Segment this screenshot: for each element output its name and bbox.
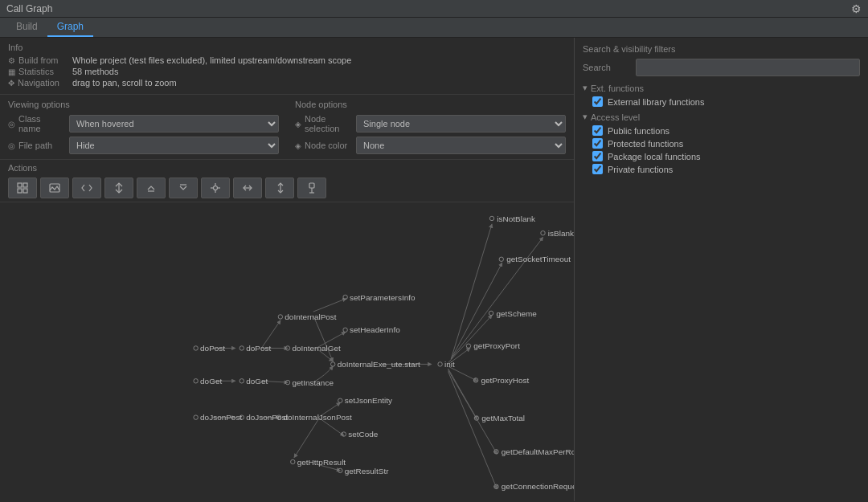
private-functions-filter: Private functions bbox=[583, 164, 860, 174]
ext-functions-collapse-icon[interactable]: ▾ bbox=[583, 83, 588, 93]
node-doJsonPost-inner[interactable]: doJsonPost bbox=[246, 413, 288, 422]
build-from-icon: ⚙ bbox=[8, 56, 15, 65]
pin-button[interactable] bbox=[297, 178, 326, 198]
node-getScheme[interactable]: getScheme bbox=[496, 309, 537, 318]
tab-graph[interactable]: Graph bbox=[47, 18, 93, 37]
left-panel: Info ⚙ Build from Whole project (test fi… bbox=[0, 38, 575, 501]
gear-icon[interactable]: ⚙ bbox=[851, 2, 862, 15]
navigation-row: ✥ Navigation drag to pan, scroll to zoom bbox=[8, 78, 566, 88]
access-level-label: Access level bbox=[591, 112, 640, 122]
export-image-button[interactable] bbox=[40, 178, 69, 198]
node-doGet-outer[interactable]: doGet bbox=[200, 377, 222, 386]
class-name-label: ◎ Class name bbox=[8, 114, 64, 133]
node-doInternalJsonPost[interactable]: doInternalJsonPost bbox=[284, 413, 353, 422]
ext-functions-header: ▾ Ext. functions bbox=[583, 83, 860, 93]
search-visibility-title: Search & visibility filters bbox=[583, 44, 860, 54]
protected-functions-checkbox[interactable] bbox=[592, 138, 603, 149]
viewing-options-section: Viewing options ◎ Class name When hovere… bbox=[0, 95, 574, 160]
public-functions-checkbox[interactable] bbox=[592, 125, 603, 136]
node-setParametersInfo[interactable]: setParametersInfo bbox=[350, 293, 416, 302]
statistics-icon: ▦ bbox=[8, 67, 15, 76]
navigation-value: drag to pan, scroll to zoom bbox=[72, 78, 177, 88]
node-doInternalPost[interactable]: doInternalPost bbox=[285, 312, 337, 321]
node-selection-row: ◈ Node selection Single node Multiple no… bbox=[295, 114, 566, 133]
svg-point-52 bbox=[438, 362, 442, 366]
svg-line-37 bbox=[448, 316, 492, 363]
tab-build[interactable]: Build bbox=[6, 18, 47, 37]
node-getSocketTimeout[interactable]: getSocketTimeout bbox=[506, 255, 571, 263]
private-functions-checkbox[interactable] bbox=[592, 164, 603, 174]
node-getProxyHost[interactable]: getProxyHost bbox=[481, 376, 529, 385]
node-getResultStr[interactable]: getResultStr bbox=[345, 467, 390, 475]
node-selection-select[interactable]: Single node Multiple nodes bbox=[356, 115, 566, 133]
share-button[interactable] bbox=[233, 178, 262, 198]
node-doPost-inner[interactable]: doPost bbox=[246, 344, 271, 353]
svg-rect-2 bbox=[18, 189, 22, 193]
file-path-select[interactable]: Hide Show bbox=[69, 137, 279, 154]
access-level-header: ▾ Access level bbox=[583, 112, 860, 122]
svg-line-42 bbox=[448, 371, 497, 488]
protected-functions-label[interactable]: Protected functions bbox=[608, 139, 683, 149]
node-init[interactable]: init bbox=[444, 360, 455, 369]
node-setJsonEntity[interactable]: setJsonEntity bbox=[345, 396, 392, 405]
collapse-down-button[interactable] bbox=[169, 178, 198, 198]
node-color-icon: ◈ bbox=[295, 141, 301, 150]
package-local-functions-label[interactable]: Package local functions bbox=[608, 152, 701, 161]
node-color-select[interactable]: None By class By module bbox=[356, 137, 566, 154]
navigation-label: ✥ Navigation bbox=[8, 78, 72, 88]
svg-line-34 bbox=[451, 224, 492, 359]
call-graph-svg: isNotBlank isBlank getSocketTimeout getS… bbox=[0, 202, 574, 501]
node-getInstance[interactable]: getInstance bbox=[292, 378, 334, 387]
expand-button[interactable] bbox=[104, 178, 133, 198]
build-from-row: ⚙ Build from Whole project (test files e… bbox=[8, 55, 566, 65]
node-doGet-inner[interactable]: doGet bbox=[246, 377, 268, 386]
ext-library-checkbox[interactable] bbox=[592, 96, 603, 107]
code-view-button[interactable] bbox=[72, 178, 101, 198]
node-selection-icon: ◈ bbox=[295, 120, 301, 129]
node-getMaxTotal[interactable]: getMaxTotal bbox=[481, 414, 525, 422]
collapse-up-button[interactable] bbox=[137, 178, 166, 198]
node-doJsonPost-outer[interactable]: doJsonPost bbox=[200, 413, 242, 422]
node-getProxyPort[interactable]: getProxyPort bbox=[473, 341, 520, 350]
class-name-row: ◎ Class name When hovered Always Never bbox=[8, 114, 279, 133]
node-isBlank[interactable]: isBlank bbox=[548, 229, 574, 238]
node-options-title: Node options bbox=[295, 100, 566, 109]
node-setHeaderInfo[interactable]: setHeaderInfo bbox=[350, 325, 400, 334]
class-name-select[interactable]: When hovered Always Never bbox=[69, 115, 279, 133]
center-button[interactable] bbox=[201, 178, 230, 198]
node-setCode[interactable]: setCode bbox=[348, 430, 379, 439]
ext-library-label[interactable]: External library functions bbox=[608, 97, 704, 107]
node-color-label: ◈ Node color bbox=[295, 141, 351, 150]
node-getConnectionRequestTimeout[interactable]: getConnectionRequestTimeout bbox=[502, 482, 574, 491]
node-doInternalGet[interactable]: doInternalGet bbox=[292, 344, 341, 353]
package-local-functions-filter: Package local functions bbox=[583, 151, 860, 161]
node-selection-label: ◈ Node selection bbox=[295, 114, 351, 133]
svg-point-64 bbox=[194, 346, 198, 350]
build-from-label: ⚙ Build from bbox=[8, 55, 72, 65]
fit-button[interactable] bbox=[8, 178, 37, 198]
public-functions-label[interactable]: Public functions bbox=[608, 126, 669, 136]
node-doInternalExecute[interactable]: doInternalExe_ute.start bbox=[338, 360, 420, 369]
viewing-options-left: Viewing options ◎ Class name When hovere… bbox=[8, 100, 279, 154]
svg-line-28 bbox=[313, 299, 346, 312]
node-doPost-outer[interactable]: doPost bbox=[200, 344, 225, 353]
file-path-row: ◎ File path Hide Show bbox=[8, 137, 279, 154]
search-row: Search bbox=[583, 59, 860, 76]
ext-functions-label: Ext. functions bbox=[591, 84, 644, 93]
viewing-options-title: Viewing options bbox=[8, 100, 279, 109]
node-getHttpResult[interactable]: getHttpResult bbox=[297, 458, 346, 467]
svg-point-57 bbox=[330, 362, 334, 366]
svg-point-69 bbox=[194, 415, 198, 419]
private-functions-label[interactable]: Private functions bbox=[608, 165, 673, 174]
access-level-collapse-icon[interactable]: ▾ bbox=[583, 112, 588, 122]
search-input[interactable] bbox=[636, 59, 860, 76]
share2-button[interactable] bbox=[265, 178, 294, 198]
svg-point-63 bbox=[240, 346, 244, 350]
svg-point-43 bbox=[489, 216, 493, 220]
graph-area[interactable]: isNotBlank isBlank getSocketTimeout getS… bbox=[0, 202, 574, 501]
svg-point-54 bbox=[343, 328, 347, 332]
package-local-functions-checkbox[interactable] bbox=[592, 151, 603, 161]
svg-point-58 bbox=[338, 398, 342, 402]
node-getDefaultMaxPerRoute[interactable]: getDefaultMaxPerRoute bbox=[502, 447, 574, 456]
node-isNotBlank[interactable]: isNotBlank bbox=[497, 214, 535, 223]
